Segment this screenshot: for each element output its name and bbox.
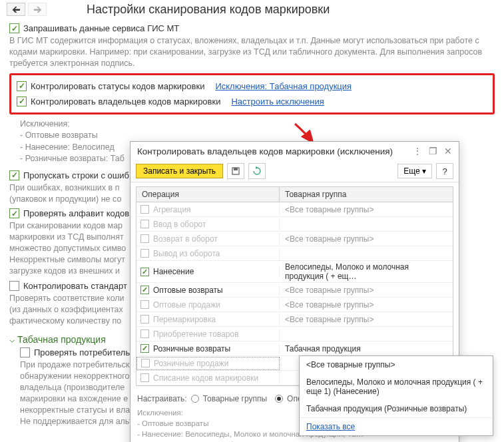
popup-restore-icon[interactable]: ❐ xyxy=(429,146,437,156)
table-row[interactable]: Оптовые возвраты<Все товарные группы> xyxy=(136,283,453,298)
table-row[interactable]: Розничные возвратыТабачная продукция xyxy=(136,341,453,356)
table-row[interactable]: Приобретение товаров xyxy=(136,327,453,341)
control-statuses-checkbox[interactable] xyxy=(17,81,27,91)
table-row[interactable]: Вывод из оборота xyxy=(136,246,453,261)
operation-name: Приобретение товаров xyxy=(153,330,239,339)
close-icon[interactable]: ✕ xyxy=(444,146,452,156)
table-row[interactable]: Агрегация<Все товарные группы> xyxy=(136,202,453,217)
operation-name: Вывод из оборота xyxy=(153,249,220,258)
table-row[interactable]: Возврат в оборот<Все товарные группы> xyxy=(136,232,453,246)
row-checkbox[interactable] xyxy=(140,330,149,338)
operation-name: Оптовые возвраты xyxy=(153,286,223,295)
operation-name: Агрегация xyxy=(153,205,191,214)
skip-errors-label: Пропускать строки с ошиб xyxy=(23,170,129,180)
help-button[interactable]: ? xyxy=(436,163,453,179)
row-checkbox[interactable] xyxy=(140,205,149,214)
row-checkbox[interactable] xyxy=(140,286,149,294)
exclusions-tobacco-link[interactable]: Исключения: Табачная продукция xyxy=(215,81,352,91)
check-alphabet-checkbox[interactable] xyxy=(9,208,19,218)
svg-rect-2 xyxy=(234,168,238,170)
operation-name: Перемаркировка xyxy=(153,315,216,324)
col-operation[interactable]: Операция xyxy=(136,187,280,202)
row-checkbox[interactable] xyxy=(140,344,149,353)
page-title: Настройки сканирования кодов маркировки xyxy=(0,1,330,21)
row-checkbox[interactable] xyxy=(140,268,149,276)
group-cell[interactable]: <Все товарные группы> xyxy=(280,284,453,296)
group-cell[interactable] xyxy=(280,333,453,335)
check-consumer-label: Проверять потребитель xyxy=(34,347,130,357)
row-checkbox[interactable] xyxy=(140,249,149,258)
dropdown-show-all[interactable]: Показать все xyxy=(300,417,493,435)
configure-label: Настраивать: xyxy=(137,394,187,403)
row-checkbox[interactable] xyxy=(140,234,149,243)
row-checkbox[interactable] xyxy=(141,359,150,367)
row-checkbox[interactable] xyxy=(140,220,149,228)
row-checkbox[interactable] xyxy=(140,373,149,382)
svg-marker-3 xyxy=(256,166,258,169)
radio-groups-label: Товарные группы xyxy=(203,394,267,403)
col-group[interactable]: Товарная группа xyxy=(280,187,453,202)
refresh-button[interactable] xyxy=(248,163,266,179)
exclusions-title: Исключения: xyxy=(20,118,495,130)
operation-name: Розничные возвраты xyxy=(153,344,230,353)
request-gis-label: Запрашивать данные сервиса ГИС МТ xyxy=(23,23,179,33)
more-button[interactable]: Еще ▾ xyxy=(397,164,432,178)
table-row[interactable]: Перемаркировка<Все товарные группы> xyxy=(136,312,453,327)
group-cell[interactable] xyxy=(280,223,453,226)
row-checkbox[interactable] xyxy=(140,300,149,309)
check-consumer-checkbox[interactable] xyxy=(20,347,30,357)
control-statuses-label: Контролировать статусы кодов маркировки xyxy=(31,81,204,91)
operation-name: Оптовые продажи xyxy=(153,300,220,310)
group-cell[interactable]: Велосипеды, Молоко и молочная продукция … xyxy=(280,261,453,282)
exclusion-item: - Оптовые возвраты xyxy=(20,130,495,142)
configure-exclusions-link[interactable]: Настроить исключения xyxy=(231,97,324,107)
operation-name: Возврат в оборот xyxy=(153,234,218,244)
dropdown-item[interactable]: Табачная продукция (Розничные возвраты) xyxy=(300,400,493,417)
group-cell[interactable]: <Все товарные группы> xyxy=(280,299,453,311)
request-gis-checkbox[interactable] xyxy=(9,23,19,33)
row-checkbox[interactable] xyxy=(140,315,149,324)
radio-groups[interactable] xyxy=(191,395,199,403)
table-row[interactable]: Оптовые продажи<Все товарные группы> xyxy=(136,298,453,312)
group-cell[interactable]: Табачная продукция xyxy=(280,343,453,355)
group-cell[interactable]: <Все товарные группы> xyxy=(280,233,453,245)
save-close-button[interactable]: Записать и закрыть xyxy=(136,164,223,178)
save-button[interactable] xyxy=(227,163,244,179)
control-owners-label: Контролировать владельцев кодов маркиров… xyxy=(31,97,220,107)
group-cell[interactable]: <Все товарные группы> xyxy=(280,314,453,326)
group-cell[interactable]: <Все товарные группы> xyxy=(280,204,453,216)
skip-errors-checkbox[interactable] xyxy=(9,170,19,180)
popup-title: Контролировать владельцев кодов маркиров… xyxy=(137,146,393,156)
table-row[interactable]: Ввод в оборот xyxy=(136,217,453,232)
dropdown-item[interactable]: <Все товарные группы> xyxy=(300,356,493,373)
table-row[interactable]: НанесениеВелосипеды, Молоко и молочная п… xyxy=(136,261,453,283)
gis-description: В ГИС МТ содержится информация о статуса… xyxy=(9,35,495,69)
radio-operations[interactable] xyxy=(275,395,283,403)
dropdown-item[interactable]: Велосипеды, Молоко и молочная продукция … xyxy=(300,373,493,400)
operation-name: Списание кодов маркировки xyxy=(153,373,258,383)
operation-name: Нанесение xyxy=(153,267,194,276)
check-alphabet-label: Проверять алфавит кодов xyxy=(23,208,129,218)
group-cell[interactable] xyxy=(280,252,453,255)
operation-name: Ввод в оборот xyxy=(153,220,206,229)
highlighted-box: Контролировать статусы кодов маркировки … xyxy=(9,73,495,114)
popup-menu-icon[interactable]: ⋮ xyxy=(413,146,422,156)
footer-item: - Розничные возвраты: Табачная продукция xyxy=(137,439,452,442)
control-owners-checkbox[interactable] xyxy=(17,97,27,107)
control-standard-label: Контролировать стандарт xyxy=(23,281,127,291)
operation-name: Розничные продажи xyxy=(154,359,228,368)
group-dropdown: <Все товарные группы> Велосипеды, Молоко… xyxy=(299,355,493,436)
control-standard-checkbox[interactable] xyxy=(9,281,19,291)
